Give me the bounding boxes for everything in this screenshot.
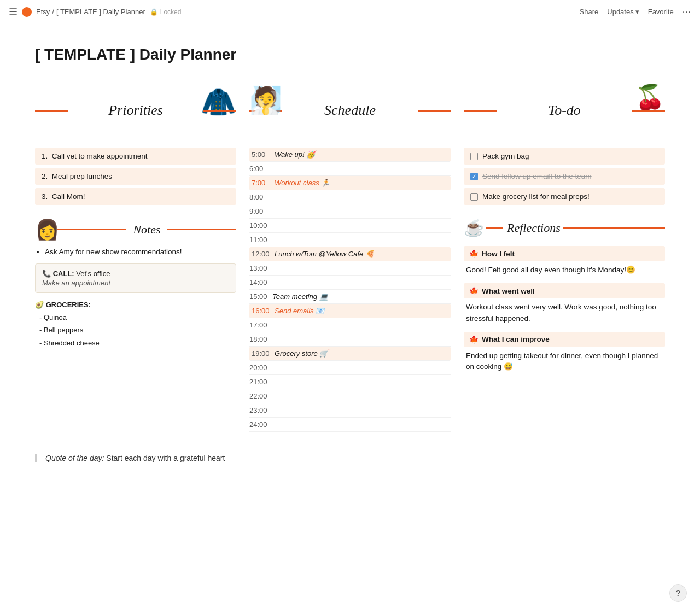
breadcrumb-page[interactable]: [ TEMPLATE ] Daily Planner	[56, 8, 145, 16]
schedule-event: Wake up! 🥳	[275, 150, 451, 159]
leaf-icon: 🍁	[469, 249, 479, 258]
breadcrumb-sep: /	[52, 8, 54, 16]
reflections-title: Reflections	[505, 221, 563, 235]
schedule-time: 12:00	[252, 250, 275, 258]
groceries-note: 🥑 GROCERIES: - Quinoa - Bell peppers - S…	[35, 301, 236, 349]
notes-header: 👩 Notes	[35, 218, 236, 241]
breadcrumb: Etsy / [ TEMPLATE ] Daily Planner	[36, 8, 145, 16]
schedule-time: 8:00	[249, 193, 272, 201]
how-i-felt-label: 🍁 How I felt	[464, 246, 665, 261]
schedule-row: 18:00	[249, 332, 451, 347]
how-i-felt-text: Good! Felt good all day even though it's…	[464, 265, 665, 276]
priorities-illustration: 🧥	[201, 85, 236, 119]
priorities-title: Priorities	[108, 102, 163, 119]
schedule-row: 20:00	[249, 361, 451, 375]
what-can-improve-title: What I can improve	[482, 335, 550, 343]
todo-checkbox[interactable]	[470, 153, 478, 160]
notes-title: Notes	[129, 222, 165, 237]
schedule-row: 17:00	[249, 318, 451, 332]
locked-label: Locked	[160, 8, 182, 16]
schedule-time: 15:00	[249, 292, 272, 301]
what-can-improve-block: 🍁 What I can improve Ended up getting ta…	[464, 332, 665, 373]
list-item: Pack gym bag	[464, 148, 665, 165]
schedule-row: 11:00	[249, 233, 451, 247]
todo-text-done: Send follow up emailt to the team	[482, 172, 592, 180]
what-can-improve-label: 🍁 What I can improve	[464, 332, 665, 347]
what-went-well-label: 🍁 What went well	[464, 283, 665, 298]
schedule-header: 🧖 Schedule	[249, 83, 451, 138]
updates-button[interactable]: Updates ▾	[607, 8, 639, 16]
schedule-time: 7:00	[252, 179, 275, 187]
avocado-icon: 🥑	[35, 301, 44, 309]
priorities-list: 1. Call vet to make appointment 2. Meal …	[35, 148, 236, 205]
share-button[interactable]: Share	[580, 8, 599, 16]
reflections-line-left	[486, 227, 503, 229]
schedule-time: 11:00	[249, 236, 272, 244]
schedule-time: 20:00	[249, 364, 272, 372]
schedule-time: 10:00	[249, 221, 272, 230]
orange-line-left	[35, 110, 68, 112]
list-item: 3. Call Mom!	[35, 188, 236, 205]
right-column: 🍒 To-do Pack gym bag ✓ Send follow up em…	[464, 83, 665, 432]
schedule-column: 🧖 Schedule 5:00 Wake up! 🥳 6:00 7:00	[249, 83, 451, 432]
schedule-title: Schedule	[324, 102, 376, 119]
list-item: 2. Meal prep lunches	[35, 168, 236, 185]
schedule-event: Lunch w/Tom @Yellow Cafe 🍕	[275, 250, 451, 258]
orange-line-right	[203, 110, 236, 112]
notes-line-right	[167, 229, 236, 230]
schedule-row: 23:00	[249, 403, 451, 418]
how-i-felt-block: 🍁 How I felt Good! Felt good all day eve…	[464, 246, 665, 276]
schedule-row: 8:00	[249, 190, 451, 204]
todo-text: Pack gym bag	[482, 152, 529, 160]
quote-label: Quote of the day:	[45, 454, 104, 462]
schedule-row: 6:00	[249, 162, 451, 176]
list-item: - Quinoa	[39, 311, 236, 324]
list-item: ✓ Send follow up emailt to the team	[464, 168, 665, 185]
notes-illustration: 👩	[35, 218, 60, 241]
left-column: 🧥 Priorities 1. Call vet to make appoint…	[35, 83, 236, 432]
schedule-event: Workout class 🏃	[275, 179, 451, 187]
hamburger-icon[interactable]: ☰	[9, 6, 18, 18]
schedule-row: 14:00	[249, 276, 451, 290]
todo-checkbox-checked[interactable]: ✓	[470, 173, 478, 180]
leaf-icon: 🍁	[469, 335, 479, 344]
what-can-improve-text: Ended up getting takeout for dinner, eve…	[464, 350, 665, 373]
schedule-row: 13:00	[249, 261, 451, 276]
todo-checkbox[interactable]	[470, 193, 478, 201]
call-sub: Make an appointment	[42, 279, 229, 287]
schedule-time: 6:00	[249, 165, 272, 173]
more-options-button[interactable]: ···	[682, 7, 691, 17]
schedule-time: 14:00	[249, 278, 272, 286]
todo-section: 🍒 To-do Pack gym bag ✓ Send follow up em…	[464, 83, 665, 205]
call-who: Vet's office	[76, 270, 110, 278]
schedule-row: 9:00	[249, 204, 451, 219]
schedule-time: 9:00	[249, 207, 272, 215]
schedule-event: Send emails 📧	[275, 307, 451, 315]
todo-list: Pack gym bag ✓ Send follow up emailt to …	[464, 148, 665, 205]
list-item: 1. Call vet to make appointment	[35, 148, 236, 165]
schedule-row: 7:00 Workout class 🏃	[249, 176, 451, 190]
main-content: [ TEMPLATE ] Daily Planner 🧥 Priorities …	[0, 24, 700, 506]
schedule-time: 21:00	[249, 378, 272, 386]
call-label: CALL:	[53, 270, 74, 278]
what-went-well-text: Workout class went very well. Work was g…	[464, 302, 665, 324]
schedule-time: 18:00	[249, 335, 272, 343]
schedule-event: Team meeting 💻	[272, 292, 451, 301]
orange-line-right	[632, 110, 665, 112]
breadcrumb-app[interactable]: Etsy	[36, 8, 50, 16]
list-item: Ask Amy for new show recommendations!	[45, 248, 236, 256]
notes-content: Ask Amy for new show recommendations! 📞 …	[35, 248, 236, 349]
leaf-icon: 🍁	[469, 286, 479, 295]
schedule-time: 24:00	[249, 420, 272, 429]
notes-bullet: Ask Amy for new show recommendations!	[45, 248, 182, 256]
schedule-list: 5:00 Wake up! 🥳 6:00 7:00 Workout class …	[249, 148, 451, 432]
priorities-section: 🧥 Priorities 1. Call vet to make appoint…	[35, 83, 236, 205]
favorite-button[interactable]: Favorite	[648, 8, 674, 16]
priorities-header: 🧥 Priorities	[35, 83, 236, 138]
schedule-time: 22:00	[249, 392, 272, 400]
quote-section: Quote of the day: Start each day with a …	[35, 454, 665, 462]
list-item: Make grocery list for meal preps!	[464, 188, 665, 205]
schedule-row: 16:00 Send emails 📧	[249, 304, 451, 318]
schedule-row: 12:00 Lunch w/Tom @Yellow Cafe 🍕	[249, 247, 451, 261]
schedule-time: 17:00	[249, 321, 272, 329]
